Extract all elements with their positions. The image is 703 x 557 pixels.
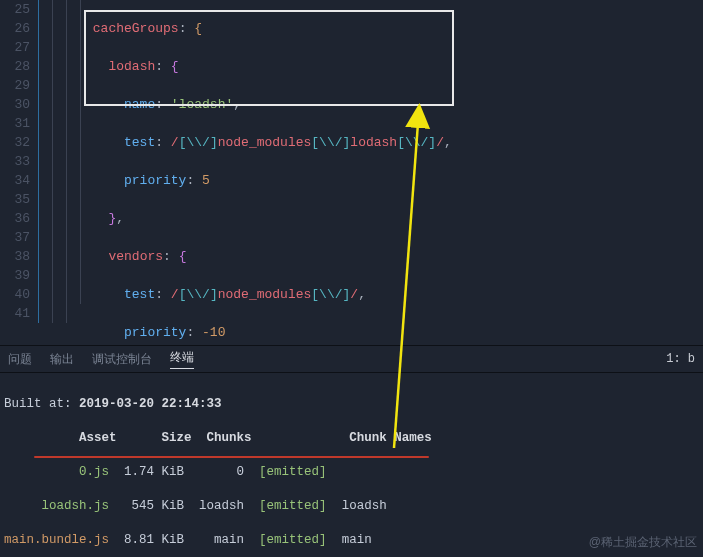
table-row: 0.js 1.74 KiB 0 [emitted] xyxy=(4,464,699,481)
tab-terminal[interactable]: 终端 xyxy=(170,349,194,369)
code-editor[interactable]: 25262728 29303132 33343536 37383940 41 c… xyxy=(0,0,703,345)
tab-output[interactable]: 输出 xyxy=(50,351,74,368)
prop-lodash: lodash xyxy=(108,59,155,74)
table-row: loadsh.js 545 KiB loadsh [emitted] loads… xyxy=(4,498,699,515)
prop-cacheGroups: cacheGroups xyxy=(93,21,179,36)
annotation-underline xyxy=(34,456,429,458)
prop-vendors: vendors xyxy=(108,249,163,264)
built-at-line: Built at: 2019-03-20 22:14:33 xyxy=(4,396,699,413)
tab-debug[interactable]: 调试控制台 xyxy=(92,351,152,368)
code-content[interactable]: cacheGroups: { lodash: { name: 'loadsh',… xyxy=(38,0,703,345)
tab-problems[interactable]: 问题 xyxy=(8,351,32,368)
table-header: Asset Size Chunks Chunk Names xyxy=(4,430,699,447)
line-gutter: 25262728 29303132 33343536 37383940 41 xyxy=(0,0,38,345)
terminal-selector[interactable]: 1: b xyxy=(666,352,695,366)
watermark: @稀土掘金技术社区 xyxy=(589,534,697,551)
panel-tabs: 问题 输出 调试控制台 终端 1: b xyxy=(0,345,703,373)
terminal-output[interactable]: Built at: 2019-03-20 22:14:33 Asset Size… xyxy=(0,373,703,557)
